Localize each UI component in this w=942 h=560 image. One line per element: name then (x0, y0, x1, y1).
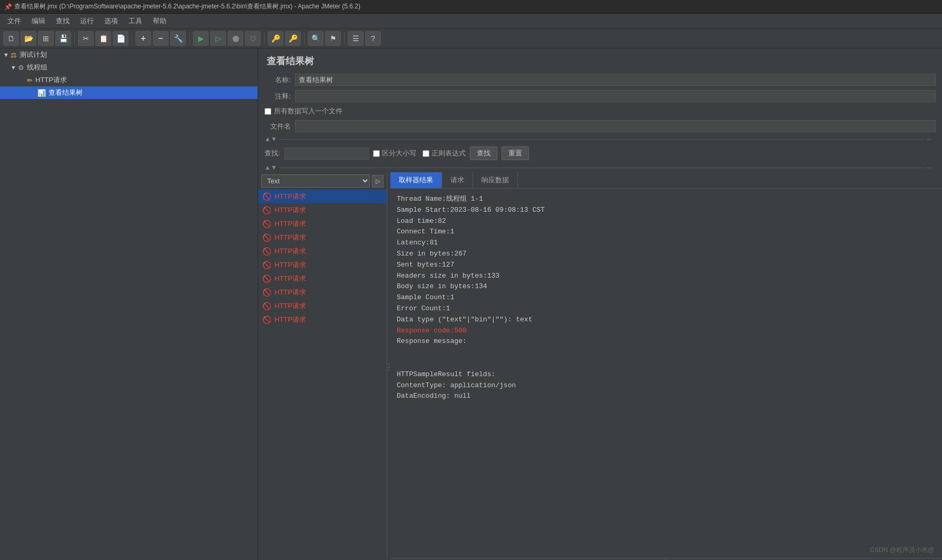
sep3 (189, 32, 190, 45)
write-all-data-label: 所有数据写入一个文件 (274, 106, 342, 116)
tree-item-thread-group[interactable]: ▼ ⚙ 线程组 (0, 61, 258, 74)
list-item[interactable]: 🚫 HTTP请求 (258, 203, 387, 217)
left-panel: ▼ ⚖ 测试计划 ▼ ⚙ 线程组 ▶ ✏ HTTP请求 ▶ 📊 查看结果树 (0, 48, 258, 560)
run-button[interactable]: ▶ (193, 31, 209, 46)
write-all-data-row: 所有数据写入一个文件 (258, 104, 942, 118)
list-item[interactable]: 🚫 HTTP请求 (258, 217, 387, 231)
result-line-2: Load time:82 (397, 216, 936, 227)
horizontal-resize-handle[interactable]: ⋯ (390, 558, 942, 560)
result-line-13: Response message: (397, 336, 936, 347)
view-mode-select[interactable]: Text Regexp Tester CSS/JQuery Tester XPa… (261, 174, 370, 188)
copy-button[interactable]: 📋 (95, 31, 111, 46)
arrow-thread-group: ▼ (11, 64, 16, 71)
stop-button[interactable]: ⬤ (228, 31, 243, 46)
template-button[interactable]: ⊞ (38, 31, 54, 46)
panel-title: 查看结果树 (258, 48, 942, 72)
menu-options[interactable]: 选项 (99, 15, 123, 27)
sep2 (132, 32, 132, 45)
remove-button[interactable]: − (153, 31, 169, 46)
run-no-pause-button[interactable]: ▷ (210, 31, 226, 46)
case-sensitive-option[interactable]: 区分大小写 (373, 149, 416, 158)
error-icon-2: 🚫 (262, 220, 271, 228)
regex-option[interactable]: 正则表达式 (423, 149, 466, 158)
remote-key2-button[interactable]: 🔑 (285, 31, 301, 46)
list-item[interactable]: 🚫 HTTP请求 (258, 313, 387, 327)
shutdown-button[interactable]: ⬡ (245, 31, 261, 46)
expand-collapse-arrows-1[interactable]: ▲▼ (264, 135, 277, 143)
regex-checkbox[interactable] (423, 150, 429, 157)
more-options-2[interactable]: ··· (926, 164, 936, 171)
remote-key1-button[interactable]: 🔑 (268, 31, 283, 46)
request-label-5: HTTP请求 (274, 260, 306, 270)
error-icon-3: 🚫 (262, 233, 271, 242)
tab-request[interactable]: 请求 (442, 172, 473, 188)
tab-response-data[interactable]: 响应数据 (473, 172, 518, 188)
new-button[interactable]: 🗋 (3, 31, 19, 46)
menu-file[interactable]: 文件 (2, 15, 26, 27)
result-line-1: Sample Start:2023-08-16 09:08:13 CST (397, 205, 936, 216)
result-line-4: Latency:81 (397, 238, 936, 249)
http-request-icon: ✏ (27, 76, 33, 84)
request-label-4: HTTP请求 (274, 247, 306, 256)
request-label-0: HTTP请求 (274, 192, 306, 201)
search-input[interactable] (284, 148, 369, 160)
search-label: 查找: (264, 149, 280, 158)
tab-sampler-results[interactable]: 取样器结果 (390, 172, 442, 188)
tree-item-view-result[interactable]: ▶ 📊 查看结果树 (0, 86, 258, 99)
error-icon-4: 🚫 (262, 247, 271, 256)
file-row: 文件名 (258, 118, 942, 134)
request-label-8: HTTP请求 (274, 301, 306, 311)
open-button[interactable]: 📂 (21, 31, 36, 46)
list-item[interactable]: 🚫 HTTP请求 (258, 190, 387, 203)
file-input[interactable] (295, 120, 936, 132)
pin-icon: 📌 (4, 3, 12, 11)
request-label-1: HTTP请求 (274, 205, 306, 215)
list-item[interactable]: 🚫 HTTP请求 (258, 258, 387, 272)
main-layout: ▼ ⚖ 测试计划 ▼ ⚙ 线程组 ▶ ✏ HTTP请求 ▶ 📊 查看结果树 查看… (0, 48, 942, 560)
list-item[interactable]: 🚫 HTTP请求 (258, 244, 387, 258)
sep4 (264, 32, 264, 45)
settings-button[interactable]: 🔧 (170, 31, 186, 46)
error-icon-5: 🚫 (262, 261, 271, 269)
result-line-8: Body size in bytes:134 (397, 281, 936, 292)
http-request-label: HTTP请求 (35, 75, 67, 85)
find-button[interactable]: 查找 (470, 146, 497, 160)
expand-collapse-arrows-2[interactable]: ▲▼ (264, 164, 277, 171)
regex-label: 正则表达式 (431, 149, 466, 158)
tree-item-test-plan[interactable]: ▼ ⚖ 测试计划 (0, 48, 258, 61)
result-line-7: Headers size in bytes:133 (397, 271, 936, 282)
menu-find[interactable]: 查找 (51, 15, 75, 27)
flag-button[interactable]: ⚑ (325, 31, 341, 46)
error-icon-6: 🚫 (262, 274, 271, 283)
name-input[interactable] (295, 74, 936, 86)
paste-button[interactable]: 📄 (113, 31, 129, 46)
save-button[interactable]: 💾 (55, 31, 71, 46)
add-button[interactable]: + (135, 31, 151, 46)
reset-button[interactable]: 重置 (502, 146, 529, 160)
sep5 (304, 32, 305, 45)
write-all-data-checkbox[interactable] (264, 108, 271, 115)
list-item[interactable]: 🚫 HTTP请求 (258, 272, 387, 286)
name-row: 名称: (258, 72, 942, 88)
case-sensitive-checkbox[interactable] (373, 150, 380, 157)
cut-button[interactable]: ✂ (78, 31, 94, 46)
result-line-9: Sample Count:1 (397, 292, 936, 303)
list-item[interactable]: 🚫 HTTP请求 (258, 286, 387, 299)
list-item[interactable]: 🚫 HTTP请求 (258, 231, 387, 244)
menu-help[interactable]: 帮助 (148, 15, 172, 27)
menu-run[interactable]: 运行 (75, 15, 99, 27)
menu-edit[interactable]: 编辑 (26, 15, 51, 27)
menu-tools[interactable]: 工具 (123, 15, 148, 27)
more-options-1[interactable]: ··· (926, 135, 936, 143)
help-button[interactable]: ? (365, 31, 381, 46)
sep1 (74, 32, 75, 45)
comment-input[interactable] (295, 90, 936, 102)
list-item[interactable]: 🚫 HTTP请求 (258, 299, 387, 313)
error-icon-9: 🚫 (262, 316, 271, 324)
tree-item-http-request[interactable]: ▶ ✏ HTTP请求 (0, 74, 258, 86)
test-plan-label: 测试计划 (19, 50, 47, 60)
expand-triangle-button[interactable]: ▷ (372, 175, 384, 188)
list-button[interactable]: ☰ (348, 31, 364, 46)
remote-button[interactable]: 🔍 (308, 31, 323, 46)
request-list: Text Regexp Tester CSS/JQuery Tester XPa… (258, 172, 387, 560)
